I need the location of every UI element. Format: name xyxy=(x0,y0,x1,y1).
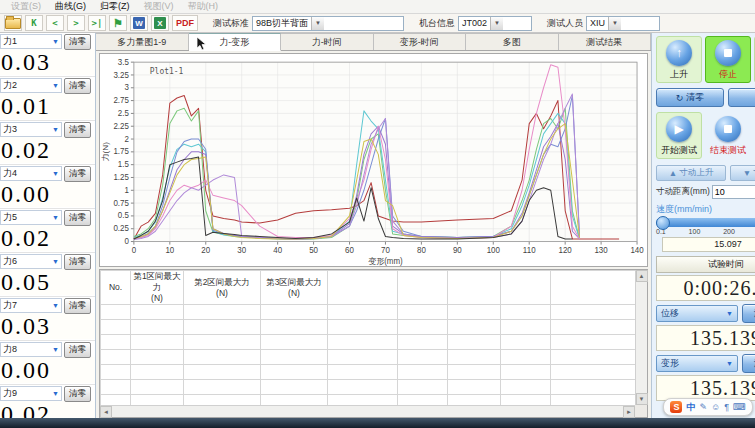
table-row[interactable] xyxy=(101,305,636,320)
channel-clear-button[interactable]: 清零 xyxy=(64,210,91,226)
end-test-button[interactable]: 结束测试 xyxy=(705,112,751,159)
jog-distance-input[interactable] xyxy=(712,185,755,199)
channel-select[interactable]: 力1▼ xyxy=(0,34,62,49)
scroll-left-icon[interactable]: ◄ xyxy=(100,406,112,418)
mic-icon[interactable]: ¶ xyxy=(724,403,729,412)
export-word-button[interactable]: W xyxy=(130,15,148,31)
table-row[interactable] xyxy=(101,395,636,406)
tab-多图[interactable]: 多图 xyxy=(466,33,559,50)
machine-select[interactable]: JT002 ▼ xyxy=(458,16,532,31)
chevron-down-icon: ▼ xyxy=(726,310,733,317)
table-header xyxy=(551,271,636,305)
channel-select[interactable]: 力6▼ xyxy=(0,254,62,269)
force-channel: 力9▼清零0.02 xyxy=(0,385,95,420)
channel-force-value: 0.01 xyxy=(0,93,95,119)
svg-text:1.25: 1.25 xyxy=(113,173,129,182)
table-row[interactable] xyxy=(101,365,636,380)
channel-clear-button[interactable]: 清零 xyxy=(64,254,91,270)
flag-button[interactable]: ⚑ xyxy=(109,15,127,31)
deformation-select-label: 变形 xyxy=(661,357,679,370)
menu-item[interactable]: 归零(Z) xyxy=(93,0,137,13)
channel-select[interactable]: 力5▼ xyxy=(0,210,62,225)
svg-text:120: 120 xyxy=(559,246,573,255)
test-standard-select[interactable]: 98B切半背面 ▼ xyxy=(252,16,404,31)
tab-多力量图1-9[interactable]: 多力量图1-9 xyxy=(96,33,189,50)
channel-select[interactable]: 力8▼ xyxy=(0,342,62,357)
channel-select[interactable]: 力2▼ xyxy=(0,78,62,93)
test-standard-label: 测试标准 xyxy=(213,17,249,30)
refresh-icon: ↻ xyxy=(676,93,684,103)
svg-text:90: 90 xyxy=(453,246,462,255)
menu-item[interactable]: 曲线(G) xyxy=(48,0,93,13)
stop-button[interactable]: 停止 xyxy=(705,36,751,83)
first-record-button[interactable]: K xyxy=(25,15,43,31)
tab-力-变形[interactable]: 力-变形 xyxy=(189,33,282,51)
jog-up-button[interactable]: ▲ 寸动上升 xyxy=(656,165,726,181)
open-file-button[interactable] xyxy=(4,15,22,31)
channel-clear-button[interactable]: 清零 xyxy=(64,34,91,50)
table-row[interactable] xyxy=(101,380,636,395)
svg-text:1: 1 xyxy=(124,186,129,195)
table-header: 第3区间最大力(N) xyxy=(261,271,328,305)
last-record-button[interactable]: >| xyxy=(88,15,106,31)
crosshead-up-button[interactable]: ↑ 上升 xyxy=(656,36,702,83)
channel-clear-button[interactable]: 清零 xyxy=(64,166,91,182)
results-table-panel: No.第1区间最大力(N)第2区间最大力(N)第3区间最大力(N) ▲ ▼ ◄ … xyxy=(99,269,648,418)
stop-button-label: 停止 xyxy=(719,68,737,81)
table-row[interactable] xyxy=(101,320,636,335)
tab-测试结果[interactable]: 测试结果 xyxy=(559,33,652,50)
speed-slider[interactable] xyxy=(656,218,755,227)
windows-taskbar[interactable] xyxy=(0,418,755,428)
table-row[interactable] xyxy=(101,335,636,350)
next-record-button[interactable]: > xyxy=(67,15,85,31)
keyboard-icon[interactable]: ⌨ xyxy=(733,403,746,412)
tester-select[interactable]: XIU ▼ xyxy=(586,16,660,31)
ime-mode-icon[interactable]: 中 xyxy=(686,403,695,412)
toolbar: K < > >| ⚑ W X PDF 测试标准 98B切半背面 ▼ 机台信息 J… xyxy=(0,14,755,33)
channel-select[interactable]: 力9▼ xyxy=(0,386,62,401)
channel-force-value: 0.00 xyxy=(0,357,95,383)
tab-变形-时间[interactable]: 变形-时间 xyxy=(374,33,467,50)
channel-clear-button[interactable]: 清零 xyxy=(64,386,91,402)
horizontal-scrollbar[interactable]: ◄ ► xyxy=(100,405,635,417)
svg-text:20: 20 xyxy=(201,246,210,255)
app-window: 设置(S)曲线(G)归零(Z)视图(V)帮助(H) K < > >| ⚑ W X… xyxy=(0,0,755,428)
vertical-scrollbar[interactable]: ▲ ▼ xyxy=(635,270,647,405)
smiley-icon[interactable]: ☺ xyxy=(711,403,720,412)
channel-force-value: 0.03 xyxy=(0,313,95,339)
displacement-select[interactable]: 位移 ▼ xyxy=(656,305,738,322)
channel-select[interactable]: 力7▼ xyxy=(0,298,62,313)
export-pdf-button[interactable]: PDF xyxy=(172,15,198,31)
deformation-clear-button[interactable]: 清零 xyxy=(742,354,755,373)
channel-clear-button[interactable]: 清零 xyxy=(64,78,91,94)
sogou-logo-icon[interactable]: S xyxy=(670,401,682,413)
ime-toolbar[interactable]: S 中 ✎ ☺ ¶ ⌨ xyxy=(663,398,753,416)
force-channel: 力8▼清零0.00 xyxy=(0,341,95,385)
channel-clear-button[interactable]: 清零 xyxy=(64,342,91,358)
jog-down-button[interactable]: ▼ 寸动下降 xyxy=(730,165,755,181)
displacement-clear-button[interactable]: 清零 xyxy=(742,304,755,323)
clear-zero-button[interactable]: ↻ 清零 xyxy=(656,88,724,107)
force-channel: 力7▼清零0.03 xyxy=(0,297,95,341)
channel-select[interactable]: 力4▼ xyxy=(0,166,62,181)
slider-thumb[interactable] xyxy=(656,216,670,230)
channel-clear-button[interactable]: 清零 xyxy=(64,122,91,138)
test-standard-value: 98B切半背面 xyxy=(253,17,311,30)
deformation-select[interactable]: 变形 ▼ xyxy=(656,355,738,372)
scroll-up-icon[interactable]: ▲ xyxy=(636,270,648,282)
scroll-right-icon[interactable]: ► xyxy=(623,406,635,418)
start-test-button[interactable]: ▶ 开始测试 xyxy=(656,112,702,159)
channel-clear-button[interactable]: 清零 xyxy=(64,298,91,314)
prev-record-button[interactable]: < xyxy=(46,15,64,31)
svg-text:140: 140 xyxy=(630,246,644,255)
displacement-select-label: 位移 xyxy=(661,307,679,320)
tab-力-时间[interactable]: 力-时间 xyxy=(281,33,374,50)
table-row[interactable] xyxy=(101,350,636,365)
svg-text:3.25: 3.25 xyxy=(113,70,129,79)
return-origin-button[interactable]: ⇵ xyxy=(728,88,755,107)
table-header: 第1区间最大力(N) xyxy=(131,271,184,305)
channel-select[interactable]: 力3▼ xyxy=(0,122,62,137)
scroll-down-icon[interactable]: ▼ xyxy=(636,393,648,405)
pen-icon[interactable]: ✎ xyxy=(699,403,707,412)
export-excel-button[interactable]: X xyxy=(151,15,169,31)
